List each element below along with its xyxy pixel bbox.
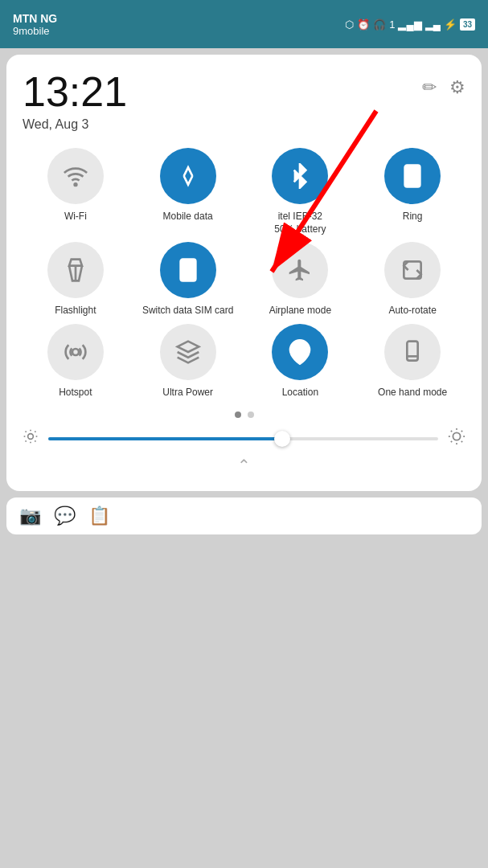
caret-row[interactable]: ⌃ <box>23 456 465 475</box>
carrier-info: MTN NG 9mobile <box>13 12 57 37</box>
tile-location-label: Location <box>282 387 318 399</box>
edit-button[interactable]: ✏ <box>422 77 437 98</box>
brightness-fill <box>48 437 282 440</box>
svg-line-25 <box>461 441 462 442</box>
svg-point-21 <box>453 433 460 440</box>
tile-bluetooth[interactable]: itel IEB-3250% battery <box>248 148 354 235</box>
battery-level: 33 <box>460 18 475 31</box>
brightness-row <box>23 428 465 449</box>
tile-one-hand-circle <box>384 324 441 380</box>
svg-line-15 <box>26 432 27 432</box>
tile-auto-rotate-label: Auto-rotate <box>388 305 436 317</box>
svg-line-24 <box>451 431 452 432</box>
charging-icon: ⚡ <box>444 18 457 31</box>
clock-time: 13:21 <box>23 71 127 113</box>
headphone-icon: 🎧 <box>373 18 386 31</box>
tile-airplane[interactable]: Airplane mode <box>248 242 354 317</box>
camera-app-icon[interactable]: 📷 <box>19 506 41 526</box>
carrier-sub: 9mobile <box>13 25 57 37</box>
tile-ring-circle <box>384 148 441 204</box>
tile-wifi-circle <box>47 148 104 204</box>
tile-bluetooth-circle <box>272 148 328 204</box>
svg-marker-8 <box>177 341 199 351</box>
tile-wifi[interactable]: Wi-Fi <box>23 148 129 235</box>
tile-switch-sim[interactable]: 1 Switch data SIM card <box>135 242 241 317</box>
clock-section: 13:21 Wed, Aug 3 ✏ ⚙ <box>23 71 465 132</box>
status-bar: MTN NG 9mobile ⬡ ⏰ 🎧 1 ▂▄▆ ▂▄ ⚡ 33 <box>0 0 488 48</box>
tile-ultra-power-circle <box>160 324 216 380</box>
status-icons: ⬡ ⏰ 🎧 1 ▂▄▆ ▂▄ ⚡ 33 <box>345 18 475 31</box>
svg-line-19 <box>26 441 27 442</box>
signal2-icon: ▂▄ <box>425 18 441 31</box>
tile-auto-rotate[interactable]: Auto-rotate <box>359 242 465 317</box>
svg-point-12 <box>28 434 34 440</box>
tile-bluetooth-label: itel IEB-3250% battery <box>274 211 326 235</box>
sim1-icon: 1 <box>389 18 395 31</box>
svg-line-29 <box>461 431 462 432</box>
svg-line-16 <box>35 441 35 442</box>
tile-one-hand-label: One hand mode <box>378 387 447 399</box>
tile-mobile-data[interactable]: Mobile data <box>135 148 241 235</box>
svg-point-9 <box>297 346 303 353</box>
tile-switch-sim-label: Switch data SIM card <box>142 305 233 317</box>
tile-mobile-data-circle <box>160 148 216 204</box>
svg-line-20 <box>35 432 35 432</box>
tiles-grid: Wi-Fi Mobile data itel IEB-3250% battery <box>23 148 465 399</box>
tile-ultra-power[interactable]: Ultra Power <box>135 324 241 399</box>
tile-ring-label: Ring <box>403 211 423 223</box>
clock-info: 13:21 Wed, Aug 3 <box>23 71 127 132</box>
notes-app-icon[interactable]: 📋 <box>88 506 110 526</box>
tile-flashlight-label: Flashlight <box>55 305 96 317</box>
carrier-name: MTN NG <box>13 12 57 25</box>
dot-2 <box>248 411 254 418</box>
tile-switch-sim-circle: 1 <box>160 242 216 298</box>
caret-up-icon: ⌃ <box>237 456 251 475</box>
tile-ultra-power-label: Ultra Power <box>162 387 213 399</box>
tile-wifi-label: Wi-Fi <box>64 211 87 223</box>
tile-auto-rotate-circle <box>384 242 441 298</box>
page-dots <box>23 411 465 418</box>
clock-date: Wed, Aug 3 <box>23 117 127 132</box>
brightness-slider[interactable] <box>48 437 438 440</box>
quick-settings-panel: 13:21 Wed, Aug 3 ✏ ⚙ Wi-Fi <box>6 55 482 491</box>
tile-mobile-data-label: Mobile data <box>163 211 213 223</box>
clock-action-icons: ✏ ⚙ <box>422 77 465 98</box>
tile-hotspot-label: Hotspot <box>59 387 92 399</box>
tile-flashlight-circle <box>47 242 104 298</box>
cast-icon: ⬡ <box>345 18 354 31</box>
bottom-bar: 📷 💬 📋 <box>6 497 482 534</box>
tile-hotspot[interactable]: Hotspot <box>23 324 129 399</box>
tile-location-circle <box>272 324 328 380</box>
tile-ring[interactable]: Ring <box>359 148 465 235</box>
signal1-icon: ▂▄▆ <box>398 18 421 31</box>
brightness-high-icon <box>448 428 465 449</box>
tile-flashlight[interactable]: Flashlight <box>23 242 129 317</box>
svg-point-0 <box>75 183 77 186</box>
brightness-low-icon <box>23 428 39 448</box>
messages-app-icon[interactable]: 💬 <box>54 506 76 526</box>
brightness-thumb[interactable] <box>274 431 290 447</box>
alarm-icon: ⏰ <box>357 18 370 31</box>
tile-location[interactable]: Location <box>248 324 354 399</box>
settings-button[interactable]: ⚙ <box>449 77 465 98</box>
tile-airplane-label: Airplane mode <box>269 305 331 317</box>
svg-text:1: 1 <box>185 264 191 276</box>
tile-hotspot-circle <box>47 324 104 380</box>
tile-one-hand[interactable]: One hand mode <box>359 324 465 399</box>
svg-point-7 <box>72 349 79 355</box>
svg-rect-10 <box>407 341 417 360</box>
dot-1 <box>235 411 241 418</box>
svg-line-28 <box>451 441 452 442</box>
tile-airplane-circle <box>272 242 328 298</box>
